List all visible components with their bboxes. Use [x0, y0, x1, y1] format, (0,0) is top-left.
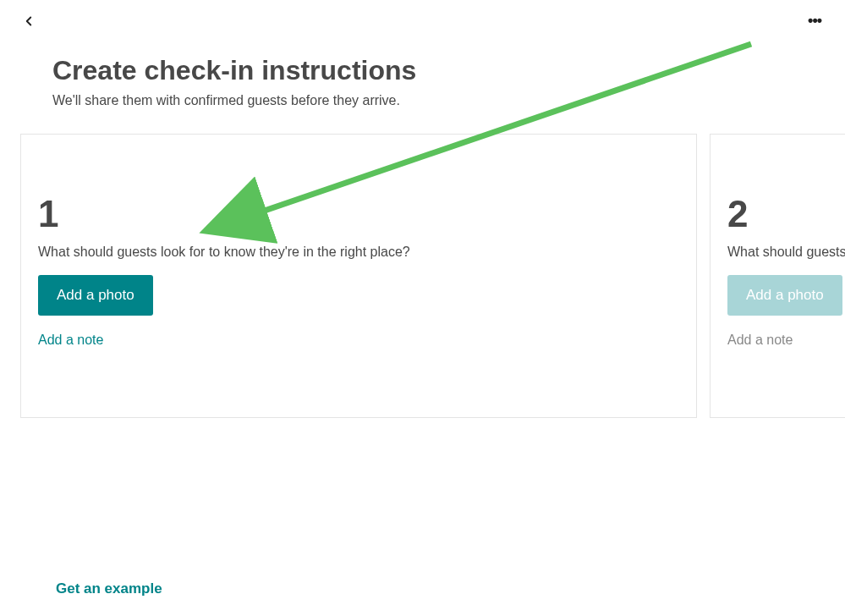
add-photo-button[interactable]: Add a photo — [38, 275, 153, 316]
page-title: Create check-in instructions — [52, 55, 793, 86]
step-prompt: What should guests look for to know they… — [38, 245, 679, 260]
chevron-left-icon — [21, 14, 36, 29]
get-example-link[interactable]: Get an example — [56, 580, 162, 597]
step-prompt: What should guests — [727, 245, 845, 260]
step-card-1: 1 What should guests look for to know th… — [20, 134, 697, 418]
steps-container: 1 What should guests look for to know th… — [0, 125, 845, 418]
step-number: 2 — [727, 195, 845, 233]
add-photo-button: Add a photo — [727, 275, 842, 316]
add-note-link[interactable]: Add a note — [38, 333, 103, 348]
page-subtitle: We'll share them with confirmed guests b… — [52, 93, 793, 108]
back-button[interactable] — [17, 9, 41, 33]
more-options-button[interactable]: ••• — [801, 8, 828, 33]
more-horizontal-icon: ••• — [808, 12, 821, 29]
step-card-2: 2 What should guests Add a photo Add a n… — [710, 134, 845, 418]
step-number: 1 — [38, 195, 679, 233]
add-note-link: Add a note — [727, 333, 793, 348]
